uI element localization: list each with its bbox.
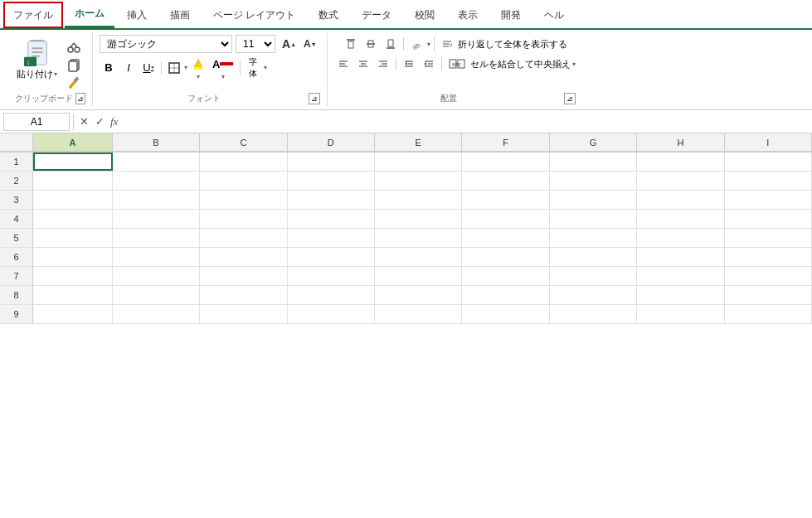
cell-C7[interactable] [200, 267, 287, 285]
copy-button[interactable] [64, 56, 85, 73]
cell-D4[interactable] [288, 210, 375, 228]
increase-font-button[interactable]: A▲ [279, 35, 299, 53]
cell-E7[interactable] [375, 267, 462, 285]
cell-F4[interactable] [462, 210, 549, 228]
cell-F2[interactable] [462, 172, 549, 190]
cell-C8[interactable] [200, 286, 287, 304]
cell-A1[interactable] [33, 152, 113, 171]
cell-B9[interactable] [113, 305, 200, 323]
formula-input[interactable] [121, 115, 809, 128]
col-header-F[interactable]: F [462, 133, 549, 152]
clipboard-launch-button[interactable]: ⊿ [75, 93, 85, 104]
cell-B6[interactable] [113, 248, 200, 266]
cell-A3[interactable] [33, 191, 113, 209]
tab-view[interactable]: 表示 [447, 2, 489, 28]
col-header-H[interactable]: H [637, 133, 724, 152]
merge-center-button[interactable]: abc [445, 55, 469, 73]
cell-I1[interactable] [725, 152, 812, 171]
col-header-B[interactable]: B [113, 133, 200, 152]
cell-I3[interactable] [725, 191, 812, 209]
cell-A4[interactable] [33, 210, 113, 228]
cell-I7[interactable] [725, 267, 812, 285]
cell-C9[interactable] [200, 305, 287, 323]
tab-file[interactable]: ファイル [3, 2, 63, 28]
align-middle-button[interactable] [362, 35, 380, 53]
cell-B3[interactable] [113, 191, 200, 209]
cell-B7[interactable] [113, 267, 200, 285]
format-painter-button[interactable] [64, 75, 85, 91]
cell-E4[interactable] [375, 210, 462, 228]
cell-G1[interactable] [550, 152, 637, 171]
highlight-icon-btn[interactable] [189, 55, 207, 73]
cell-H8[interactable] [637, 286, 724, 304]
cell-B8[interactable] [113, 286, 200, 304]
cell-A2[interactable] [33, 172, 113, 190]
font-size-select[interactable]: 11 [236, 35, 275, 53]
format-cells-button[interactable]: 字体 [244, 59, 262, 77]
cell-G5[interactable] [550, 229, 637, 247]
row-num-9[interactable]: 9 [0, 305, 33, 323]
cell-E8[interactable] [375, 286, 462, 304]
font-color-button[interactable]: A ▾ [209, 55, 236, 80]
cell-G7[interactable] [550, 267, 637, 285]
cell-D8[interactable] [288, 286, 375, 304]
tab-draw[interactable]: 描画 [159, 2, 201, 28]
cell-D6[interactable] [288, 248, 375, 266]
cell-F6[interactable] [462, 248, 549, 266]
formula-confirm-button[interactable]: ✓ [93, 115, 107, 128]
cell-G4[interactable] [550, 210, 637, 228]
decrease-font-button[interactable]: A▼ [300, 35, 320, 53]
cell-G3[interactable] [550, 191, 637, 209]
cell-F1[interactable] [462, 152, 549, 171]
cell-E1[interactable] [375, 152, 462, 171]
cell-I2[interactable] [725, 172, 812, 190]
cell-I9[interactable] [725, 305, 812, 323]
col-header-I[interactable]: I [725, 133, 812, 152]
align-top-button[interactable] [342, 35, 360, 53]
cell-H4[interactable] [637, 210, 724, 228]
highlight-button[interactable]: ▾ [189, 55, 207, 80]
name-box[interactable] [3, 113, 70, 131]
cell-A8[interactable] [33, 286, 113, 304]
row-num-5[interactable]: 5 [0, 229, 33, 247]
cell-A7[interactable] [33, 267, 113, 285]
cell-H2[interactable] [637, 172, 724, 190]
cell-F3[interactable] [462, 191, 549, 209]
cell-C1[interactable] [200, 152, 287, 171]
col-header-C[interactable]: C [200, 133, 287, 152]
cell-E9[interactable] [375, 305, 462, 323]
cell-B5[interactable] [113, 229, 200, 247]
cell-B1[interactable] [113, 152, 200, 171]
cell-C2[interactable] [200, 172, 287, 190]
cell-G8[interactable] [550, 286, 637, 304]
cell-G2[interactable] [550, 172, 637, 190]
cell-E2[interactable] [375, 172, 462, 190]
font-launch-button[interactable]: ⊿ [309, 93, 319, 104]
cell-C6[interactable] [200, 248, 287, 266]
cell-E6[interactable] [375, 248, 462, 266]
cell-D3[interactable] [288, 191, 375, 209]
col-header-A[interactable]: A [33, 133, 113, 152]
cell-H3[interactable] [637, 191, 724, 209]
cell-H7[interactable] [637, 267, 724, 285]
cell-C5[interactable] [200, 229, 287, 247]
wrap-text-button[interactable] [438, 35, 456, 53]
cell-E5[interactable] [375, 229, 462, 247]
cell-E3[interactable] [375, 191, 462, 209]
tab-review[interactable]: 校閲 [404, 2, 445, 28]
increase-indent-button[interactable] [420, 55, 438, 73]
cell-H6[interactable] [637, 248, 724, 266]
row-num-3[interactable]: 3 [0, 191, 33, 209]
cell-F8[interactable] [462, 286, 549, 304]
row-num-2[interactable]: 2 [0, 172, 33, 190]
font-name-select[interactable]: 游ゴシック [100, 35, 232, 53]
cell-H9[interactable] [637, 305, 724, 323]
row-num-4[interactable]: 4 [0, 210, 33, 228]
cell-D7[interactable] [288, 267, 375, 285]
row-num-7[interactable]: 7 [0, 267, 33, 285]
cell-H5[interactable] [637, 229, 724, 247]
underline-button[interactable]: U ▾ [139, 59, 158, 77]
cell-C3[interactable] [200, 191, 287, 209]
tab-developer[interactable]: 開発 [490, 2, 532, 28]
paste-button[interactable]: ↓ 貼り付け ▾ [13, 35, 61, 82]
